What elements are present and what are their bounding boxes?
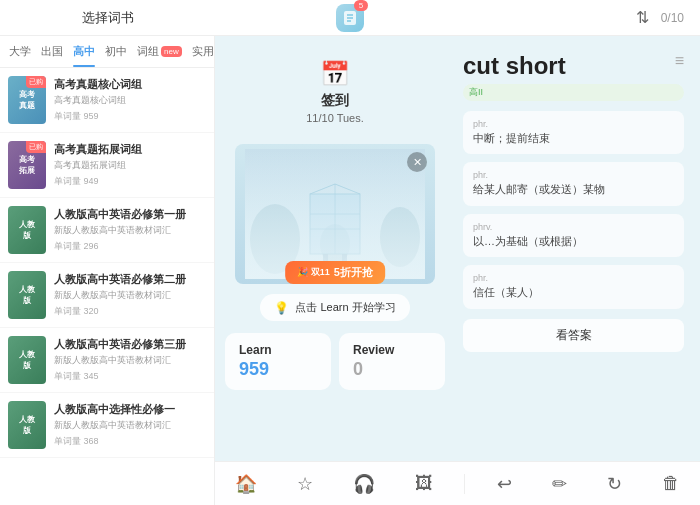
left-panel: 大学出国高中初中词组new实用其他小 高考 真题已购高考真题核心词组高考真题核心…	[0, 36, 215, 505]
book-title: 高考真题拓展词组	[54, 142, 206, 156]
show-answer-button[interactable]: 看答案	[463, 319, 684, 352]
book-cover-3: 人教 版	[8, 206, 46, 254]
book-cover-1: 高考 真题已购	[8, 76, 46, 124]
word-text: cut short	[463, 52, 566, 80]
tab-middle[interactable]: 初中	[100, 36, 132, 67]
book-cover-5: 人教 版	[8, 336, 46, 384]
tab-university[interactable]: 大学	[4, 36, 36, 67]
tab-abroad[interactable]: 出国	[36, 36, 68, 67]
word-header: cut short ≡	[463, 52, 684, 80]
svg-rect-16	[245, 149, 425, 279]
promo-banner[interactable]: 🎉 双11 5折开抢	[285, 261, 385, 284]
book-cover-inner: 人教 版	[8, 401, 46, 449]
category-tab-bar: 大学出国高中初中词组new实用其他小	[0, 36, 214, 68]
book-title: 人教版高中英语必修第二册	[54, 272, 206, 286]
book-count: 单词量 296	[54, 240, 206, 253]
book-subtitle: 新版人教版高中英语教材词汇	[54, 419, 206, 432]
def-text: 信任（某人）	[473, 285, 674, 300]
def-pos: phr.	[473, 170, 674, 180]
def-item-3: phr.信任（某人）	[463, 265, 684, 308]
word-detail: cut short ≡ 高II phr.中断；提前结束phr.给某人邮寄（或发送…	[455, 36, 700, 461]
nav-home[interactable]: 🏠	[227, 469, 265, 499]
filter-icon[interactable]: ⇅	[636, 8, 649, 27]
undo-icon: ↩	[497, 473, 512, 495]
right-content: 📅 签到 11/10 Tues.	[215, 36, 700, 461]
book-count: 单词量 949	[54, 175, 206, 188]
book-info-5: 人教版高中英语必修第三册新版人教版高中英语教材词汇单词量 345	[54, 337, 206, 382]
book-item-3[interactable]: 人教 版人教版高中英语必修第一册新版人教版高中英语教材词汇单词量 296	[0, 198, 214, 263]
already-badge: 已购	[26, 76, 46, 88]
def-text: 中断；提前结束	[473, 131, 674, 146]
nav-image[interactable]: 🖼	[407, 469, 441, 498]
nav-undo[interactable]: ↩	[489, 469, 520, 499]
definition-list: phr.中断；提前结束phr.给某人邮寄（或发送）某物phrv.以…为基础（或根…	[463, 111, 684, 309]
top-bar-left: 选择词书	[0, 9, 215, 27]
nav-delete[interactable]: 🗑	[654, 469, 688, 498]
book-info-6: 人教版高中选择性必修一新版人教版高中英语教材词汇单词量 368	[54, 402, 206, 447]
learn-review-row: Learn 959 Review 0	[225, 333, 445, 390]
review-label: Review	[353, 343, 431, 357]
word-menu-icon[interactable]: ≡	[675, 52, 684, 70]
book-count: 单词量 959	[54, 110, 206, 123]
book-item-5[interactable]: 人教 版人教版高中英语必修第三册新版人教版高中英语教材词汇单词量 345	[0, 328, 214, 393]
book-info-2: 高考真题拓展词组高考真题拓展词组单词量 949	[54, 142, 206, 187]
top-bar: 选择词书 5 ⇅ 0/10	[0, 0, 700, 36]
page-count: 0/10	[661, 11, 684, 25]
book-title: 人教版高中选择性必修一	[54, 402, 206, 416]
def-pos: phrv.	[473, 222, 674, 232]
home-icon: 🏠	[235, 473, 257, 495]
notification-badge: 5	[354, 0, 368, 11]
nav-refresh[interactable]: ↻	[599, 469, 630, 499]
checkin-date: 11/10 Tues.	[306, 112, 364, 124]
tab-wordgroup[interactable]: 词组new	[132, 36, 187, 67]
learn-prompt: 💡 点击 Learn 开始学习	[260, 294, 409, 321]
top-bar-right: ⇅ 0/10	[485, 8, 700, 27]
book-subtitle: 新版人教版高中英语教材词汇	[54, 289, 206, 302]
def-item-1: phr.给某人邮寄（或发送）某物	[463, 162, 684, 205]
bottom-nav: 🏠 ☆ 🎧 🖼 ↩ ✏ ↻ 🗑	[215, 461, 700, 505]
tab-highschool[interactable]: 高中	[68, 36, 100, 67]
checkin-icon: 📅	[320, 60, 350, 88]
learn-card[interactable]: Learn 959	[225, 333, 331, 390]
book-subtitle: 高考真题核心词组	[54, 94, 206, 107]
delete-icon: 🗑	[662, 473, 680, 494]
book-cover-4: 人教 版	[8, 271, 46, 319]
review-card[interactable]: Review 0	[339, 333, 445, 390]
star-icon: ☆	[297, 473, 313, 495]
book-subtitle: 新版人教版高中英语教材词汇	[54, 354, 206, 367]
nav-divider	[464, 474, 465, 494]
page-title: 选择词书	[82, 9, 134, 27]
book-cover-2: 高考 拓展已购	[8, 141, 46, 189]
bulb-icon: 💡	[274, 301, 289, 315]
book-subtitle: 新版人教版高中英语教材词汇	[54, 224, 206, 237]
book-cover-inner: 人教 版	[8, 271, 46, 319]
book-info-3: 人教版高中英语必修第一册新版人教版高中英语教材词汇单词量 296	[54, 207, 206, 252]
book-info-4: 人教版高中英语必修第二册新版人教版高中英语教材词汇单词量 320	[54, 272, 206, 317]
word-level-badge: 高II	[463, 84, 684, 101]
book-item-2[interactable]: 高考 拓展已购高考真题拓展词组高考真题拓展词组单词量 949	[0, 133, 214, 198]
tab-practical[interactable]: 实用	[187, 36, 214, 67]
checkin-title: 签到	[321, 92, 349, 110]
edit-icon: ✏	[552, 473, 567, 495]
book-count: 单词量 320	[54, 305, 206, 318]
nav-headphone[interactable]: 🎧	[345, 469, 383, 499]
already-badge: 已购	[26, 141, 46, 153]
book-subtitle: 高考真题拓展词组	[54, 159, 206, 172]
close-promo-button[interactable]: ✕	[407, 152, 427, 172]
book-title: 人教版高中英语必修第三册	[54, 337, 206, 351]
checkin-area: 📅 签到 11/10 Tues.	[306, 60, 364, 124]
book-count: 单词量 345	[54, 370, 206, 383]
def-text: 给某人邮寄（或发送）某物	[473, 182, 674, 197]
book-list: 高考 真题已购高考真题核心词组高考真题核心词组单词量 959高考 拓展已购高考真…	[0, 68, 214, 505]
nav-star[interactable]: ☆	[289, 469, 321, 499]
nav-edit[interactable]: ✏	[544, 469, 575, 499]
book-item-4[interactable]: 人教 版人教版高中英语必修第二册新版人教版高中英语教材词汇单词量 320	[0, 263, 214, 328]
review-count: 0	[353, 359, 431, 380]
right-panel: 📅 签到 11/10 Tues.	[215, 36, 700, 505]
book-item-6[interactable]: 人教 版人教版高中选择性必修一新版人教版高中英语教材词汇单词量 368	[0, 393, 214, 458]
book-info-1: 高考真题核心词组高考真题核心词组单词量 959	[54, 77, 206, 122]
book-item-1[interactable]: 高考 真题已购高考真题核心词组高考真题核心词组单词量 959	[0, 68, 214, 133]
app-icon-wrapper[interactable]: 5	[336, 4, 364, 32]
def-item-0: phr.中断；提前结束	[463, 111, 684, 154]
def-item-2: phrv.以…为基础（或根据）	[463, 214, 684, 257]
